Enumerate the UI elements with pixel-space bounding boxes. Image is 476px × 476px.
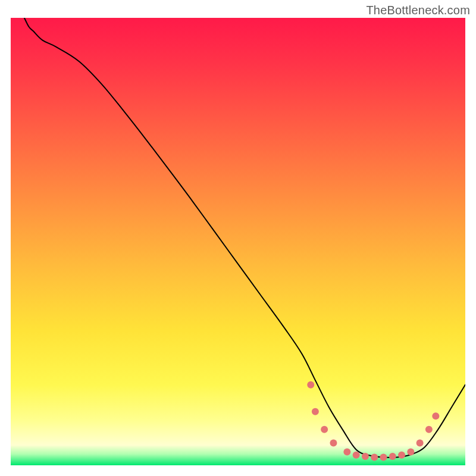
marker-point — [321, 426, 328, 433]
marker-point — [312, 408, 319, 415]
chart-canvas: TheBottleneck.com — [0, 0, 476, 476]
marker-point — [425, 426, 433, 433]
marker-point — [398, 452, 405, 459]
marker-point — [407, 448, 414, 455]
marker-point — [432, 412, 439, 419]
marker-point — [416, 439, 424, 446]
marker-point — [353, 452, 360, 459]
marker-point — [389, 453, 396, 460]
chart-svg — [0, 0, 476, 476]
marker-point — [362, 453, 369, 460]
marker-point — [380, 453, 387, 461]
marker-point — [343, 448, 350, 455]
marker-point — [307, 381, 314, 389]
plot-background — [11, 18, 465, 465]
marker-point — [330, 439, 337, 446]
attribution-text: TheBottleneck.com — [366, 4, 470, 17]
marker-point — [371, 453, 378, 461]
